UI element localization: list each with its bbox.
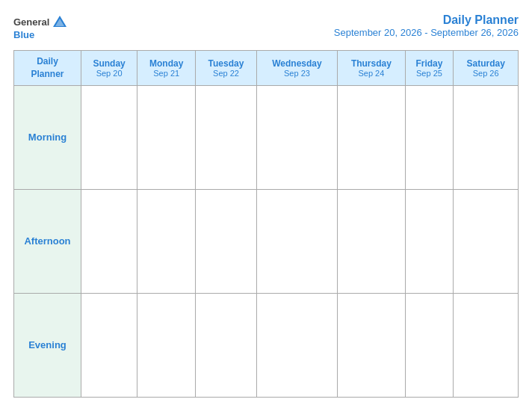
day-date-friday: Sep 25 [409,69,451,78]
cell-afternoon-thursday[interactable] [338,189,405,293]
cell-evening-monday[interactable] [137,293,196,397]
cell-morning-thursday[interactable] [338,85,405,189]
header-saturday: Saturday Sep 26 [454,51,519,86]
cell-afternoon-friday[interactable] [405,189,454,293]
header-sunday: Sunday Sep 20 [81,51,137,86]
day-date-tuesday: Sep 22 [199,69,253,78]
day-name-wednesday: Wednesday [260,58,334,69]
table-body: Morning Afternoon Evening [14,85,519,397]
day-name-sunday: Sunday [84,58,134,69]
cell-afternoon-saturday[interactable] [454,189,519,293]
page-title: Daily Planner [334,13,519,27]
day-name-friday: Friday [409,58,451,69]
cell-evening-wednesday[interactable] [256,293,337,397]
day-date-saturday: Sep 26 [457,69,515,78]
date-range: September 20, 2026 - September 26, 2026 [334,27,519,38]
header-thursday: Thursday Sep 24 [338,51,405,86]
logo-icon [52,13,68,30]
cell-afternoon-tuesday[interactable] [196,189,257,293]
page-header: General Blue Daily Planner September 20,… [13,13,519,40]
cell-morning-wednesday[interactable] [256,85,337,189]
logo-text-blue: Blue [13,30,34,40]
day-name-monday: Monday [140,58,192,69]
title-area: Daily Planner September 20, 2026 - Septe… [334,13,519,38]
cell-evening-saturday[interactable] [454,293,519,397]
logo-area: General Blue [13,13,68,40]
header-wednesday: Wednesday Sep 23 [256,51,337,86]
day-name-tuesday: Tuesday [199,58,253,69]
day-name-saturday: Saturday [457,58,515,69]
row-label-morning: Morning [14,85,81,189]
cell-morning-tuesday[interactable] [196,85,257,189]
day-date-thursday: Sep 24 [341,69,401,78]
day-date-wednesday: Sep 23 [260,69,334,78]
header-row: DailyPlanner Sunday Sep 20 Monday Sep 21… [14,51,519,86]
cell-afternoon-sunday[interactable] [81,189,137,293]
cell-afternoon-wednesday[interactable] [256,189,337,293]
table-row-morning: Morning [14,85,519,189]
header-label-cell: DailyPlanner [14,51,81,86]
logo-text-general: General [13,17,49,27]
cell-evening-tuesday[interactable] [196,293,257,397]
cell-evening-thursday[interactable] [338,293,405,397]
table-row-afternoon: Afternoon [14,189,519,293]
row-label-evening: Evening [14,293,81,397]
cell-morning-monday[interactable] [137,85,196,189]
cell-morning-sunday[interactable] [81,85,137,189]
day-date-sunday: Sep 20 [84,69,134,78]
calendar-table: DailyPlanner Sunday Sep 20 Monday Sep 21… [13,50,519,398]
cell-evening-sunday[interactable] [81,293,137,397]
table-row-evening: Evening [14,293,519,397]
header-tuesday: Tuesday Sep 22 [196,51,257,86]
day-date-monday: Sep 21 [140,69,192,78]
cell-morning-friday[interactable] [405,85,454,189]
cell-evening-friday[interactable] [405,293,454,397]
header-monday: Monday Sep 21 [137,51,196,86]
row-label-afternoon: Afternoon [14,189,81,293]
table-header: DailyPlanner Sunday Sep 20 Monday Sep 21… [14,51,519,86]
header-friday: Friday Sep 25 [405,51,454,86]
cell-afternoon-monday[interactable] [137,189,196,293]
cell-morning-saturday[interactable] [454,85,519,189]
header-label-text: DailyPlanner [31,56,64,79]
day-name-thursday: Thursday [341,58,401,69]
